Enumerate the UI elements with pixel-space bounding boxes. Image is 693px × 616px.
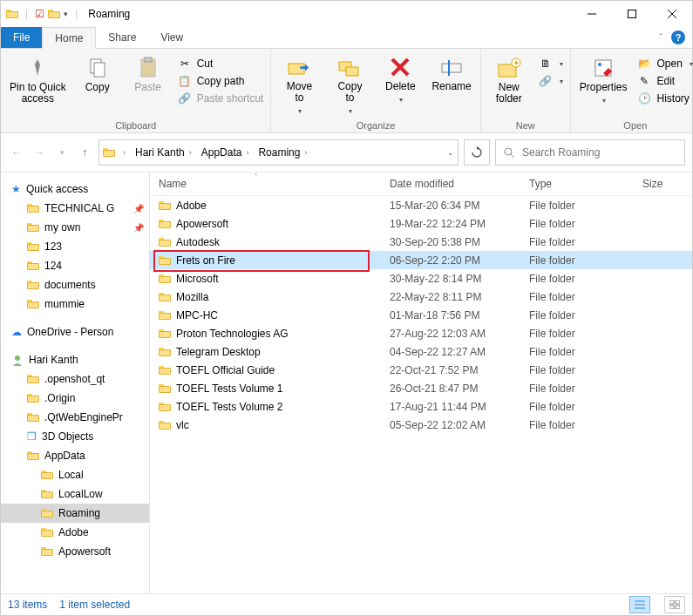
file-row[interactable]: Proton Technologies AG27-Aug-22 12:03 AM…: [150, 324, 692, 342]
edit-button[interactable]: ✎Edit: [634, 73, 693, 89]
checkbox-icon[interactable]: ☑: [35, 8, 44, 20]
copy-to-button[interactable]: Copy to▾: [325, 53, 374, 118]
folder-icon: [27, 413, 39, 422]
ribbon: Pin to Quick access Copy Paste ✂Cut 📋Cop…: [1, 49, 692, 133]
tree-item[interactable]: .openshot_qt: [1, 369, 149, 389]
tree-quick-access[interactable]: ★Quick access: [1, 179, 149, 199]
file-date: 30-Sep-20 5:38 PM: [381, 236, 520, 248]
svg-rect-11: [346, 67, 358, 76]
col-type[interactable]: Type: [520, 178, 634, 190]
folder-icon: [41, 509, 53, 518]
cloud-icon: ☁: [11, 326, 22, 338]
folder-icon: [159, 238, 171, 247]
minimize-button[interactable]: [572, 1, 612, 27]
tree-item[interactable]: .QtWebEnginePr: [1, 408, 149, 427]
nav-tree[interactable]: ★Quick accessTECHNICAL G📌my own📌123124do…: [1, 173, 150, 593]
tree-onedrive[interactable]: ☁OneDrive - Person: [1, 322, 149, 342]
paste-shortcut-button[interactable]: 🔗Paste shortcut: [174, 91, 268, 106]
file-row[interactable]: Apowersoft19-Mar-22 12:24 PMFile folder: [150, 214, 692, 233]
tree-item[interactable]: TECHNICAL G📌: [1, 199, 149, 218]
address-dropdown-icon[interactable]: ⌄: [447, 148, 454, 157]
tree-item[interactable]: 124: [1, 256, 149, 275]
copy-path-button[interactable]: 📋Copy path: [174, 73, 268, 89]
crumb-root[interactable]: ›: [119, 148, 130, 157]
up-button[interactable]: ↑: [76, 144, 93, 161]
paste-button[interactable]: Paste: [124, 54, 173, 95]
col-date[interactable]: Date modified: [381, 178, 520, 190]
forward-button[interactable]: →: [31, 144, 48, 161]
col-size[interactable]: Size: [634, 178, 692, 190]
file-type: File folder: [520, 364, 634, 376]
tree-user[interactable]: Hari Kanth: [1, 350, 149, 369]
maximize-button[interactable]: [612, 1, 652, 27]
tree-item[interactable]: 123: [1, 237, 149, 256]
content-area: ★Quick accessTECHNICAL G📌my own📌123124do…: [1, 172, 692, 593]
tab-home[interactable]: Home: [42, 27, 96, 49]
file-row[interactable]: Adobe15-Mar-20 6:34 PMFile folder: [150, 196, 692, 214]
new-folder-button[interactable]: ✦ New folder: [485, 54, 533, 106]
col-name[interactable]: Name: [150, 178, 381, 190]
file-row[interactable]: Autodesk30-Sep-20 5:38 PMFile folder: [150, 233, 692, 251]
folder-icon: [6, 10, 18, 18]
file-type: File folder: [520, 218, 634, 230]
crumb-0[interactable]: Hari Kanth›: [133, 146, 196, 159]
file-row[interactable]: TOEFL Tests Volume 217-Aug-21 11:44 PMFi…: [150, 397, 692, 416]
view-large-button[interactable]: [664, 596, 685, 613]
cut-button[interactable]: ✂Cut: [174, 56, 268, 71]
copy-button[interactable]: Copy: [73, 54, 122, 95]
folder-icon: [27, 375, 39, 383]
chevron-down-icon: ▾: [399, 94, 403, 105]
tree-item[interactable]: Adobe: [1, 523, 149, 542]
tree-item[interactable]: ❒3D Objects: [1, 427, 149, 446]
rename-icon: [439, 55, 464, 79]
collapse-ribbon-icon[interactable]: ˇ: [659, 32, 662, 43]
new-item-button[interactable]: 🗎▾: [535, 56, 567, 71]
tree-item[interactable]: my own📌: [1, 218, 149, 237]
tree-item[interactable]: Roaming: [1, 504, 149, 523]
tab-view[interactable]: View: [148, 27, 195, 48]
tab-file[interactable]: File: [1, 27, 42, 48]
tree-item[interactable]: Local: [1, 465, 149, 484]
open-button[interactable]: 📂Open▾: [634, 56, 693, 71]
svg-rect-6: [94, 63, 105, 77]
file-row[interactable]: TOEFL Official Guide22-Oct-21 7:52 PMFil…: [150, 361, 692, 379]
file-date: 17-Aug-21 11:44 PM: [381, 401, 520, 413]
file-row[interactable]: Telegram Desktop04-Sep-22 12:27 AMFile f…: [150, 342, 692, 361]
search-box[interactable]: Search Roaming: [495, 139, 685, 166]
recent-button[interactable]: ▾: [53, 144, 71, 161]
help-icon[interactable]: ?: [671, 30, 685, 44]
view-details-button[interactable]: [629, 596, 650, 613]
crumb-1[interactable]: AppData›: [200, 146, 254, 159]
file-row[interactable]: vlc05-Sep-22 12:02 AMFile folder: [150, 416, 692, 434]
tree-item[interactable]: Apowersoft: [1, 542, 149, 561]
tree-item[interactable]: documents: [1, 275, 149, 294]
tree-item[interactable]: AppData: [1, 446, 149, 465]
pin-quick-access-button[interactable]: Pin to Quick access: [4, 54, 71, 106]
move-to-button[interactable]: Move to▾: [275, 53, 323, 118]
folder-icon[interactable]: [48, 10, 60, 18]
file-row[interactable]: MPC-HC01-Mar-18 7:56 PMFile folder: [150, 306, 692, 324]
qat-dropdown-icon[interactable]: ▾: [64, 10, 68, 18]
folder-icon: [159, 384, 171, 393]
tree-item[interactable]: mummie: [1, 294, 149, 314]
delete-button[interactable]: Delete▾: [376, 53, 425, 107]
back-button[interactable]: ←: [8, 144, 25, 161]
folder-icon: [27, 223, 39, 232]
file-row[interactable]: TOEFL Tests Volume 126-Oct-21 8:47 PMFil…: [150, 379, 692, 397]
tree-item[interactable]: LocalLow: [1, 484, 149, 504]
crumb-2[interactable]: Roaming›: [256, 146, 311, 159]
rename-button[interactable]: Rename: [426, 53, 476, 94]
file-row[interactable]: Microsoft30-May-22 8:14 PMFile folder: [150, 269, 692, 288]
tree-item[interactable]: .Origin: [1, 389, 149, 408]
close-button[interactable]: [652, 1, 692, 27]
tab-share[interactable]: Share: [96, 27, 148, 48]
folder-icon: [27, 281, 39, 289]
search-icon: [503, 146, 515, 159]
history-button[interactable]: 🕑History: [634, 91, 693, 106]
refresh-button[interactable]: [464, 139, 490, 166]
properties-button[interactable]: Properties▾: [574, 54, 633, 108]
file-row[interactable]: Mozilla22-May-22 8:11 PMFile folder: [150, 288, 692, 306]
chevron-down-icon: ▾: [298, 105, 302, 117]
easy-access-button[interactable]: 🔗▾: [535, 73, 567, 89]
address-bar[interactable]: › Hari Kanth› AppData› Roaming› ⌄: [99, 139, 459, 166]
